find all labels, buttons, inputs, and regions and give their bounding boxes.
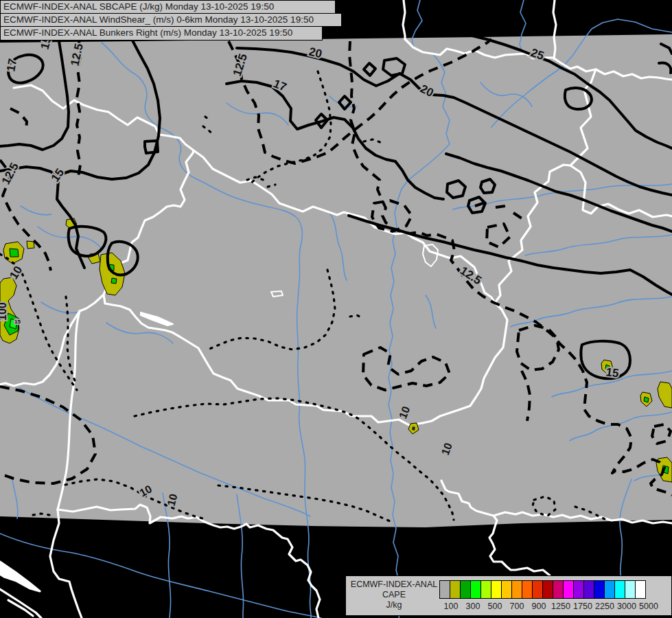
legend-swatch [614, 580, 625, 599]
legend-title-line: CAPE [350, 590, 438, 600]
legend-swatch [511, 580, 522, 599]
legend-swatch [439, 580, 450, 599]
legend-swatch [532, 580, 543, 599]
legend-swatch [470, 580, 481, 599]
legend-title: ECMWF-INDEX-ANAL CAPE J/kg [350, 580, 438, 610]
contour-label: 15 [605, 365, 619, 380]
legend-swatch [583, 580, 594, 599]
cape-patch [27, 241, 34, 249]
legend-colorbar [440, 580, 646, 599]
weather-map-screen: 151712.512.51512.5101002017202512.515101… [0, 0, 672, 618]
legend-swatch [625, 580, 636, 599]
header-line-windshear: ECMWF-INDEX-ANAL WindShear_ (m/s) 0-6km … [0, 13, 342, 27]
cape-patch-core [644, 397, 649, 402]
legend-unit: J/kg [350, 600, 438, 610]
contour-label: 17 [4, 58, 19, 73]
legend-swatch [542, 580, 553, 599]
header-line-sbcape: ECMWF-INDEX-ANAL SBCAPE (J/kg) Monday 13… [0, 0, 336, 14]
map-canvas: 151712.512.51512.5101002017202512.515101… [0, 0, 672, 618]
contour-label: 15 [14, 319, 21, 325]
legend-swatch [501, 580, 512, 599]
legend-swatch [480, 580, 491, 599]
contour-dashed [496, 206, 505, 207]
legend-tick-label: 5000 [634, 602, 664, 611]
header-line-bunkers: ECMWF-INDEX-ANAL Bunkers Right (m/s) Mon… [0, 26, 323, 41]
legend-swatch [553, 580, 564, 599]
cape-legend: ECMWF-INDEX-ANAL CAPE J/kg 1003005007009… [345, 575, 672, 616]
legend-swatch [594, 580, 605, 599]
contour-label: 100 [0, 302, 8, 321]
legend-swatch [460, 580, 471, 599]
legend-swatch [573, 580, 584, 599]
legend-swatch [604, 580, 615, 599]
legend-swatch [522, 580, 533, 599]
legend-swatch [635, 580, 646, 599]
cape-patch-core [10, 249, 19, 257]
legend-swatch [450, 580, 461, 599]
legend-swatch [491, 580, 502, 599]
legend-swatch [563, 580, 574, 599]
cape-patch-core [111, 278, 117, 284]
legend-title-line: ECMWF-INDEX-ANAL [350, 580, 438, 590]
